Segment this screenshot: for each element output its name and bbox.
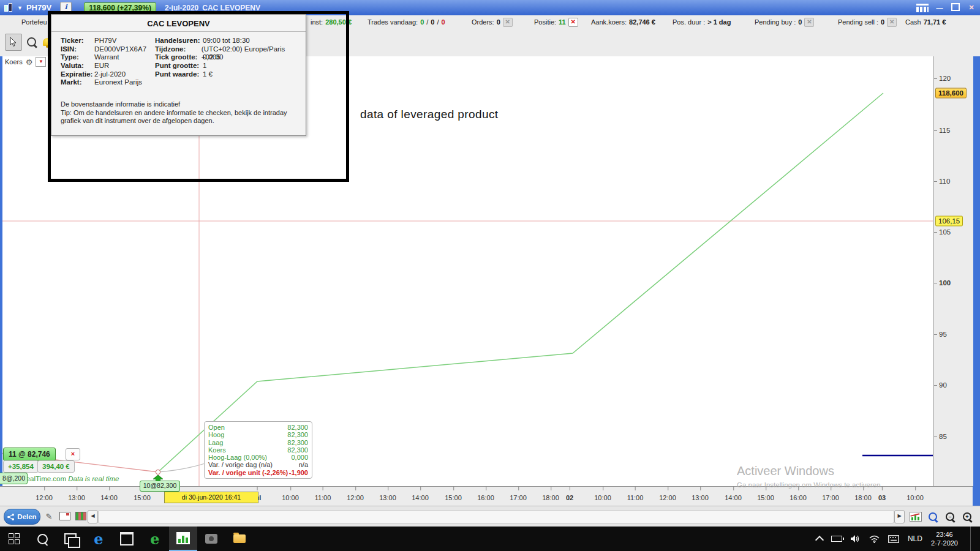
snipping-tool-button[interactable] <box>197 527 225 551</box>
x-axis-label: 03 <box>878 494 886 501</box>
pending-sell: Pending sell :0 ✕ <box>838 15 897 29</box>
chart-settings-icon <box>910 512 922 522</box>
cursor-icon <box>10 37 17 47</box>
x-axis-label: 12:00 <box>659 494 676 501</box>
popup-field: Valuta:EUR <box>61 62 146 70</box>
folder-icon <box>233 534 246 543</box>
speaker-icon[interactable] <box>851 534 861 543</box>
zoom-out-icon: – <box>946 512 954 521</box>
tooltip-row: Hoog-Laag (0,00%)0,000 <box>208 454 308 461</box>
share-button[interactable]: Delen <box>4 509 40 525</box>
tooltip-row: Var. / vorige unit (-2,26%)-1,900 <box>208 469 308 476</box>
popup-field: Tick grootte:0,005 <box>155 53 306 62</box>
popup-field: Tijdzone:(UTC+02:00) Europe/Paris +02:00 <box>155 45 306 54</box>
screenshot-button[interactable] <box>59 511 71 522</box>
show-desktop-button[interactable] <box>970 527 974 551</box>
divider <box>51 31 306 32</box>
x-axis-label: 12:00 <box>36 494 53 501</box>
cancel-pending-buy-icon: ✕ <box>804 18 814 27</box>
position-count: Positie:11 ✕ <box>534 15 578 29</box>
portfolio-label[interactable]: Portefeu <box>21 15 47 29</box>
browser-green-button[interactable]: e <box>141 527 169 551</box>
chart-date: 2-jul-2020 <box>165 4 198 12</box>
y-axis-label: 120 <box>939 75 951 82</box>
search-icon <box>37 534 48 544</box>
calendar-app-button[interactable] <box>113 527 141 551</box>
info-button[interactable]: i <box>60 2 72 13</box>
edge-icon: e <box>94 530 103 548</box>
x-axis-label: 14:00 <box>100 494 118 501</box>
taskbar-clock[interactable]: 23:46 2-7-2020 <box>931 530 958 547</box>
chart-scrollbar[interactable] <box>98 510 894 523</box>
cancel-orders-icon: ✕ <box>503 18 513 27</box>
start-button[interactable] <box>0 527 28 551</box>
price-pane-header: Koers ⚙ ▼ <box>5 56 46 67</box>
close-position-button[interactable]: × <box>66 448 80 460</box>
tooltip-row: Hoog82,300 <box>208 431 308 438</box>
price-line <box>158 93 883 472</box>
zoom-tool-button[interactable] <box>23 34 39 50</box>
zoom-reset-icon <box>929 512 937 521</box>
export-icon[interactable]: ▼ <box>36 57 46 67</box>
x-axis-label: 14:00 <box>725 494 742 501</box>
x-axis-label: 14:00 <box>412 494 429 501</box>
calendar-icon <box>120 532 134 545</box>
last-price-badge: 118,600 (+27,39%) <box>84 2 156 13</box>
scroll-left-button[interactable]: ◀ <box>88 510 98 523</box>
language-indicator[interactable]: NLD <box>908 534 922 543</box>
tray-chevron-icon[interactable] <box>815 535 824 544</box>
edge-browser-button[interactable]: e <box>85 527 113 551</box>
popup-field: ISIN:DE000VP1X6A7 <box>61 45 146 54</box>
touch-keyboard-icon[interactable] <box>888 535 899 543</box>
x-axis-label: 15:00 <box>134 494 151 501</box>
maximize-icon[interactable] <box>951 3 960 12</box>
task-view-button[interactable] <box>56 527 85 551</box>
zoom-reset-button[interactable] <box>926 510 940 523</box>
file-explorer-button[interactable] <box>225 527 254 551</box>
chevron-down-icon[interactable]: ▼ <box>17 5 23 11</box>
trade-marker-badge: 10@82,300 <box>140 481 180 492</box>
zoom-out-button[interactable]: – <box>943 510 957 523</box>
close-position-icon[interactable]: ✕ <box>568 18 578 27</box>
instrument-name: CAC LEVOPENV <box>202 4 260 12</box>
x-axis-label: 18:00 <box>854 494 872 501</box>
crosshair-time-badge: di 30-jun-2020 16:41 <box>164 492 258 503</box>
chart-settings-button[interactable] <box>909 510 922 523</box>
taskbar-search-button[interactable] <box>28 527 56 551</box>
minimize-icon[interactable]: — <box>935 4 944 12</box>
trade-marker-badge-partial: 8@,200 <box>0 473 28 484</box>
system-tray: NLD 23:46 2-7-2020 <box>816 527 980 551</box>
tooltip-row: Koers82,300 <box>208 446 308 454</box>
y-axis-label: 85 <box>939 433 947 440</box>
zoom-in-icon: + <box>963 512 971 521</box>
ticker-symbol[interactable]: PH79V <box>26 3 51 12</box>
zoom-in-button[interactable]: + <box>960 510 974 523</box>
y-axis[interactable]: 120115110105100959085118,600106,15 <box>933 56 973 486</box>
x-axis-label: 10:00 <box>282 494 299 501</box>
browser-icon: e <box>150 530 159 548</box>
workspace-grid-icon[interactable] <box>916 4 929 12</box>
wifi-icon[interactable] <box>869 535 880 543</box>
scroll-right-button[interactable]: ▶ <box>894 510 905 523</box>
prorealtime-app-button[interactable] <box>169 527 197 551</box>
wrench-icon[interactable]: ⚙ <box>26 58 33 67</box>
battery-icon[interactable] <box>831 536 842 542</box>
cursor-tool-button[interactable] <box>5 34 22 51</box>
windows-activation-watermark: Activeer Windows Ga naar Instellingen om… <box>737 464 883 489</box>
y-axis-price-badge: 106,15 <box>935 216 963 227</box>
tooltip-row: Laag82,300 <box>208 439 308 446</box>
popup-field: Ticker:PH79V <box>61 37 146 45</box>
close-icon[interactable]: ✕ <box>967 4 976 12</box>
annotate-button[interactable]: ✎ <box>43 511 55 522</box>
x-axis-label: 16:00 <box>790 494 807 501</box>
camera-icon <box>205 534 217 544</box>
x-axis-label: 10:00 <box>594 494 611 501</box>
table-view-button[interactable] <box>75 511 87 522</box>
hovered-point-marker <box>156 470 160 474</box>
x-axis-label: 02 <box>566 494 573 501</box>
magnifier-icon <box>27 37 36 47</box>
profit-display: inst:280,50 € <box>311 15 352 29</box>
x-axis-label: 12:00 <box>347 494 364 501</box>
popup-field: Handelsuren:09:00 tot 18:30 <box>155 37 306 45</box>
orders-count: Orders:0 ✕ <box>472 15 513 29</box>
